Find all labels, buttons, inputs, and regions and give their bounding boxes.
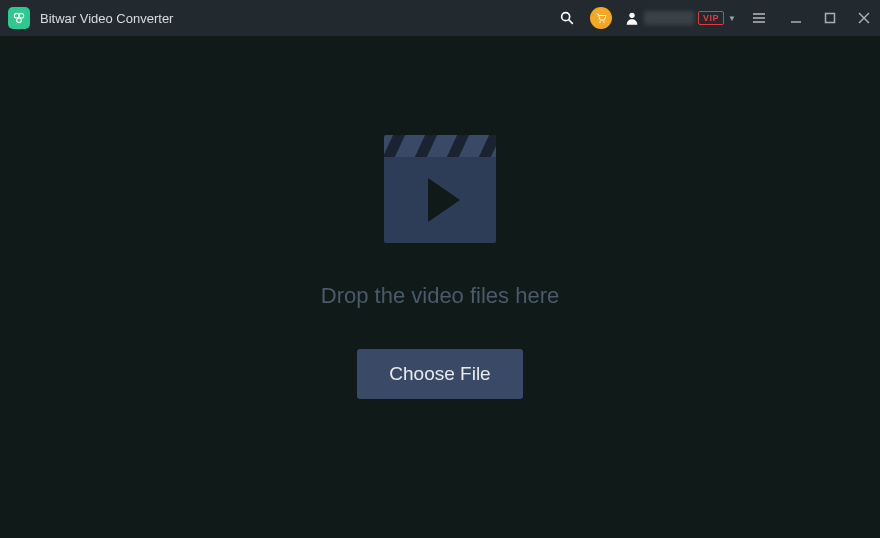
play-icon bbox=[428, 178, 460, 222]
cart-button[interactable] bbox=[590, 7, 612, 29]
app-title: Bitwar Video Converter bbox=[40, 11, 173, 26]
cart-icon bbox=[595, 12, 607, 24]
close-icon bbox=[858, 12, 870, 24]
close-button[interactable] bbox=[856, 10, 872, 26]
minimize-button[interactable] bbox=[788, 10, 804, 26]
svg-line-4 bbox=[569, 20, 572, 23]
vip-badge: VIP bbox=[698, 11, 724, 25]
chevron-down-icon[interactable]: ▼ bbox=[728, 14, 736, 23]
user-icon bbox=[624, 10, 640, 26]
svg-point-2 bbox=[17, 18, 22, 23]
search-icon bbox=[559, 10, 575, 26]
svg-point-5 bbox=[599, 21, 601, 23]
minimize-icon bbox=[790, 12, 802, 24]
app-logo-icon bbox=[8, 7, 30, 29]
svg-point-7 bbox=[629, 13, 634, 18]
svg-point-0 bbox=[14, 13, 19, 18]
menu-button[interactable] bbox=[748, 7, 770, 29]
maximize-icon bbox=[824, 12, 836, 24]
titlebar: Bitwar Video Converter VIP ▼ bbox=[0, 0, 880, 36]
maximize-button[interactable] bbox=[822, 10, 838, 26]
drop-zone[interactable]: Drop the video files here Choose File bbox=[0, 36, 880, 538]
search-button[interactable] bbox=[556, 7, 578, 29]
choose-file-button[interactable]: Choose File bbox=[357, 349, 522, 399]
drop-hint-text: Drop the video files here bbox=[321, 283, 559, 309]
user-account[interactable]: VIP ▼ bbox=[624, 10, 736, 26]
video-clapper-icon bbox=[384, 135, 496, 243]
svg-point-6 bbox=[603, 21, 605, 23]
username-obscured bbox=[644, 11, 694, 25]
svg-rect-12 bbox=[826, 14, 835, 23]
hamburger-icon bbox=[751, 10, 767, 26]
svg-point-1 bbox=[19, 13, 24, 18]
